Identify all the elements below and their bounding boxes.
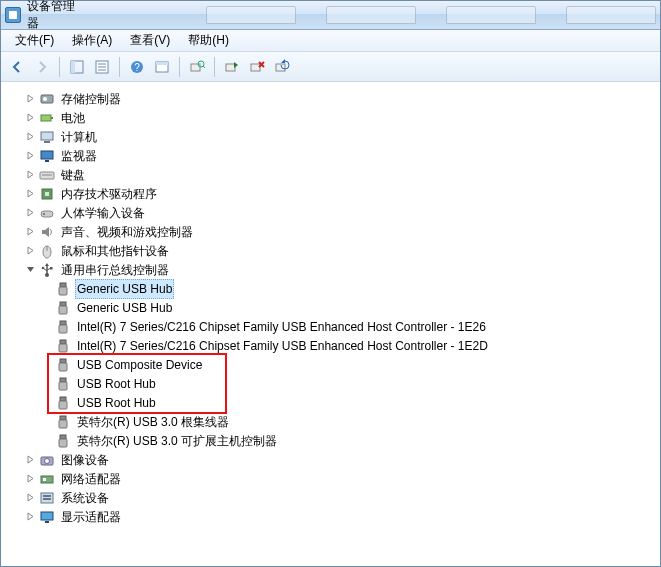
- usb-device-icon: [55, 395, 71, 411]
- device-node[interactable]: USB Root Hub: [7, 393, 660, 412]
- device-label: 英特尔(R) USB 3.0 可扩展主机控制器: [75, 431, 279, 451]
- svg-rect-55: [59, 420, 67, 428]
- menu-help[interactable]: 帮助(H): [180, 30, 237, 51]
- svg-rect-57: [59, 439, 67, 447]
- category-battery[interactable]: 电池: [7, 108, 660, 127]
- background-tab: [446, 6, 536, 24]
- svg-rect-45: [59, 325, 67, 333]
- category-label: 鼠标和其他指针设备: [59, 241, 171, 261]
- category-label: 监视器: [59, 146, 99, 166]
- keyboard-icon: [39, 167, 55, 183]
- svg-rect-20: [41, 115, 51, 121]
- scan-hardware-button[interactable]: [185, 55, 209, 79]
- category-label: 网络适配器: [59, 469, 123, 489]
- forward-button[interactable]: [30, 55, 54, 79]
- update-driver-button[interactable]: [270, 55, 294, 79]
- device-node[interactable]: Intel(R) 7 Series/C216 Chipset Family US…: [7, 336, 660, 355]
- svg-rect-60: [41, 476, 53, 483]
- view-button[interactable]: [150, 55, 174, 79]
- menu-action[interactable]: 操作(A): [64, 30, 120, 51]
- uninstall-button[interactable]: [245, 55, 269, 79]
- sound-icon: [39, 224, 55, 240]
- display-adapter-icon: [39, 509, 55, 525]
- category-network[interactable]: 网络适配器: [7, 469, 660, 488]
- device-node[interactable]: 英特尔(R) USB 3.0 根集线器: [7, 412, 660, 431]
- back-button[interactable]: [5, 55, 29, 79]
- expand-toggle[interactable]: [25, 226, 36, 237]
- svg-rect-22: [41, 132, 53, 140]
- expand-toggle[interactable]: [25, 207, 36, 218]
- category-imaging[interactable]: 图像设备: [7, 450, 660, 469]
- device-node[interactable]: USB Root Hub: [7, 374, 660, 393]
- device-node[interactable]: USB Composite Device: [7, 355, 660, 374]
- device-label: Intel(R) 7 Series/C216 Chipset Family US…: [75, 336, 490, 356]
- svg-rect-65: [41, 512, 53, 520]
- device-tree[interactable]: 存储控制器电池计算机监视器键盘内存技术驱动程序人体学输入设备声音、视频和游戏控制…: [1, 83, 660, 566]
- svg-rect-51: [59, 382, 67, 390]
- device-node[interactable]: Generic USB Hub: [7, 279, 660, 298]
- hid-icon: [39, 205, 55, 221]
- toolbar-separator: [179, 57, 180, 77]
- device-node[interactable]: Generic USB Hub: [7, 298, 660, 317]
- toolbar: ?: [1, 52, 660, 82]
- category-hid[interactable]: 人体学输入设备: [7, 203, 660, 222]
- expand-toggle[interactable]: [25, 511, 36, 522]
- battery-icon: [39, 110, 55, 126]
- titlebar[interactable]: 设备管理器: [1, 1, 660, 30]
- expand-toggle[interactable]: [25, 93, 36, 104]
- show-hide-tree-button[interactable]: [65, 55, 89, 79]
- device-label: Generic USB Hub: [75, 279, 174, 299]
- device-node[interactable]: Intel(R) 7 Series/C216 Chipset Family US…: [7, 317, 660, 336]
- device-label: Generic USB Hub: [75, 298, 174, 318]
- category-system[interactable]: 系统设备: [7, 488, 660, 507]
- mouse-icon: [39, 243, 55, 259]
- category-memtech[interactable]: 内存技术驱动程序: [7, 184, 660, 203]
- network-adapter-icon: [39, 471, 55, 487]
- expand-toggle[interactable]: [25, 454, 36, 465]
- svg-point-19: [43, 97, 47, 101]
- svg-rect-50: [60, 378, 66, 382]
- expand-toggle[interactable]: [25, 492, 36, 503]
- category-sound[interactable]: 声音、视频和游戏控制器: [7, 222, 660, 241]
- expand-toggle[interactable]: [25, 131, 36, 142]
- expand-toggle[interactable]: [25, 112, 36, 123]
- usb-device-icon: [55, 433, 71, 449]
- svg-rect-40: [60, 283, 66, 287]
- menu-view[interactable]: 查看(V): [122, 30, 178, 51]
- menu-file[interactable]: 文件(F): [7, 30, 62, 51]
- background-tabs: [206, 6, 656, 24]
- enable-button[interactable]: [220, 55, 244, 79]
- category-display[interactable]: 显示适配器: [7, 507, 660, 526]
- monitor-icon: [39, 148, 55, 164]
- properties-button[interactable]: [90, 55, 114, 79]
- svg-rect-66: [45, 521, 49, 523]
- category-storage[interactable]: 存储控制器: [7, 89, 660, 108]
- expand-toggle[interactable]: [25, 473, 36, 484]
- expand-toggle[interactable]: [25, 150, 36, 161]
- category-monitor[interactable]: 监视器: [7, 146, 660, 165]
- svg-rect-9: [156, 62, 168, 65]
- usb-device-icon: [55, 414, 71, 430]
- category-label: 人体学输入设备: [59, 203, 147, 223]
- category-label: 计算机: [59, 127, 99, 147]
- svg-rect-23: [44, 141, 50, 143]
- expand-toggle[interactable]: [25, 188, 36, 199]
- svg-rect-30: [41, 211, 53, 217]
- toolbar-separator: [119, 57, 120, 77]
- computer-icon: [39, 129, 55, 145]
- help-button[interactable]: ?: [125, 55, 149, 79]
- svg-rect-63: [43, 495, 51, 497]
- toolbar-separator: [214, 57, 215, 77]
- expand-toggle[interactable]: [25, 169, 36, 180]
- category-computer[interactable]: 计算机: [7, 127, 660, 146]
- category-usb[interactable]: 通用串行总线控制器: [7, 260, 660, 279]
- category-label: 键盘: [59, 165, 87, 185]
- device-node[interactable]: 英特尔(R) USB 3.0 可扩展主机控制器: [7, 431, 660, 450]
- expand-toggle[interactable]: [25, 245, 36, 256]
- svg-rect-43: [59, 306, 67, 314]
- category-mouse[interactable]: 鼠标和其他指针设备: [7, 241, 660, 260]
- category-keyboard[interactable]: 键盘: [7, 165, 660, 184]
- svg-rect-52: [60, 397, 66, 401]
- collapse-toggle[interactable]: [25, 264, 36, 275]
- svg-rect-46: [60, 340, 66, 344]
